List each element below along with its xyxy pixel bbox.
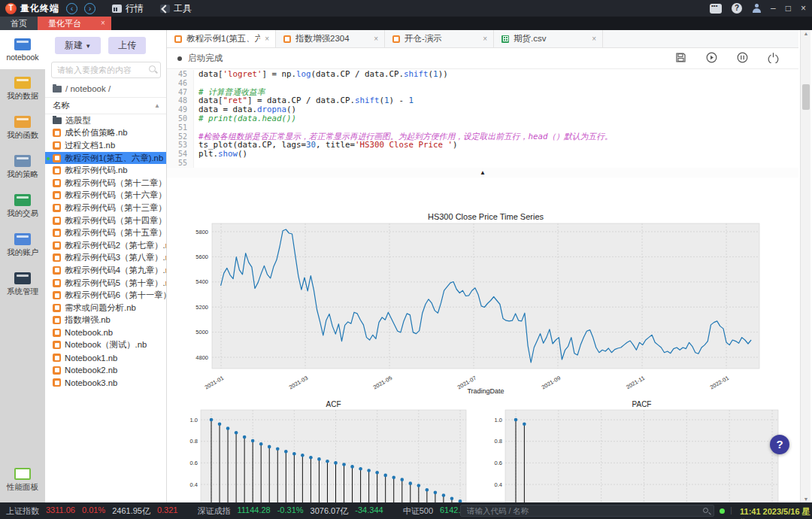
file-name: Notebook3.nb: [65, 378, 117, 387]
app-logo-icon: [5, 3, 17, 14]
file-row[interactable]: 教程示例代码2（第七章）.nb: [45, 239, 166, 252]
editor-tab[interactable]: 指数增强2304×: [276, 30, 385, 47]
sidebar-item-label: 我的数据: [7, 91, 38, 102]
new-button[interactable]: 新建 ▼: [55, 37, 101, 54]
tab-close-icon[interactable]: ×: [483, 35, 487, 43]
code-line[interactable]: 54plt.show(): [167, 150, 798, 159]
svg-text:2021-11: 2021-11: [625, 375, 646, 390]
tab-quant-platform[interactable]: 量化平台 ×: [38, 17, 111, 30]
tab-close-icon[interactable]: ×: [374, 35, 378, 43]
folder-icon: [53, 86, 62, 93]
forward-icon[interactable]: ›: [84, 3, 95, 14]
sidebar-item-我的账户[interactable]: 我的账户: [0, 226, 45, 265]
menu-tools[interactable]: 工具: [160, 2, 192, 15]
tab-close-icon[interactable]: ×: [592, 35, 596, 43]
code-line[interactable]: 55: [167, 159, 798, 168]
folder-row[interactable]: 选股型: [45, 114, 166, 127]
index-turnover: 3076.07亿: [311, 505, 349, 517]
file-row[interactable]: 教程示例代码6（第十一章）.nb: [45, 289, 166, 302]
user-icon[interactable]: [752, 4, 761, 13]
file-row[interactable]: Notebook3.nb: [45, 376, 166, 389]
sidebar-item-我的数据[interactable]: 我的数据: [0, 69, 45, 108]
sidebar-item-性能面板[interactable]: 性能面板: [0, 460, 45, 499]
sidebar-item-系统管理[interactable]: 系统管理: [0, 265, 45, 304]
minimize-button[interactable]: –: [771, 0, 776, 17]
message-icon[interactable]: [710, 4, 722, 14]
close-button[interactable]: ×: [801, 0, 806, 17]
file-row[interactable]: 指数增强.nb: [45, 314, 166, 327]
code-editor[interactable]: 45data['logret'] = np.log(data.CP / data…: [167, 70, 798, 168]
floating-help-button[interactable]: ?: [770, 435, 789, 454]
file-row[interactable]: 教程示例代码（第十三章）.nb: [45, 202, 166, 214]
editor-tab[interactable]: 期货.csv×: [494, 30, 603, 47]
save-icon[interactable]: [675, 52, 686, 63]
file-row[interactable]: 教程示例代码（第十四章）.nb: [45, 214, 166, 227]
svg-text:2022-01: 2022-01: [709, 375, 730, 391]
file-row[interactable]: Notebook1.nb: [45, 351, 166, 364]
back-icon[interactable]: ‹: [66, 3, 77, 14]
pause-icon[interactable]: [737, 52, 748, 63]
scrollbar-thumb[interactable]: [802, 84, 810, 110]
file-name: 教程示例代码（第十四章）.nb: [65, 215, 166, 226]
file-name: 教程示例代码4（第九章）.nb: [65, 265, 166, 276]
upload-button[interactable]: 上传: [108, 37, 146, 54]
menu-market[interactable]: 行情: [112, 2, 144, 15]
file-row[interactable]: 成长价值策略.nb: [45, 127, 166, 140]
index-change-percent: 0.01%: [82, 505, 105, 517]
editor-tab-bar: 教程示例1(第五、六章).nb×指数增强2304×开仓-演示×期货.csv×: [167, 30, 798, 48]
editor-tab[interactable]: 开仓-演示×: [385, 30, 494, 47]
sort-asc-icon[interactable]: ▲: [154, 102, 160, 109]
file-row[interactable]: Notebook（测试）.nb: [45, 339, 166, 352]
code-line[interactable]: 50# print(data.head()): [167, 114, 798, 123]
file-row[interactable]: 教程示例代码4（第九章）.nb: [45, 264, 166, 277]
editor-tab-label: 教程示例1(第五、六章).nb: [186, 33, 260, 44]
tab-close-icon[interactable]: ×: [101, 17, 105, 30]
line-number: 55: [167, 159, 194, 168]
code-line[interactable]: 53ts_plot(data.CP, lags=30, title='HS300…: [167, 141, 798, 150]
power-icon[interactable]: [768, 52, 779, 63]
file-row[interactable]: 教程示例代码（第十五章）.nb: [45, 226, 166, 239]
sidebar-item-notebook[interactable]: notebook: [0, 30, 45, 69]
folder-icon: [53, 117, 62, 124]
file-row[interactable]: Notebook.nb: [45, 326, 166, 339]
file-search-input[interactable]: [51, 62, 161, 78]
sidebar-item-我的策略[interactable]: 我的策略: [0, 147, 45, 187]
tab-home[interactable]: 首页: [0, 17, 38, 30]
file-row[interactable]: 教程示例代码（第十二章）.nb: [45, 177, 166, 190]
line-number: 53: [167, 141, 194, 150]
maximize-button[interactable]: □: [786, 0, 791, 17]
sidebar-item-我的交易[interactable]: 我的交易: [0, 187, 45, 226]
breadcrumb[interactable]: / notebook /: [45, 78, 166, 98]
file-name: 教程示例1(第五、六章).nb: [65, 153, 163, 164]
scroll-down-icon[interactable]: ▼: [801, 496, 811, 502]
ticker-search[interactable]: [460, 505, 714, 517]
index-quote[interactable]: 上证指数3311.060.01%2461.95亿0.321: [6, 505, 177, 517]
my-strategies-icon: [14, 155, 31, 167]
name-column-header[interactable]: 名称: [53, 100, 70, 111]
sidebar-item-我的函数[interactable]: 我的函数: [0, 108, 45, 147]
timeseries-chart: 4800500052005400560058002021-012021-0320…: [167, 208, 798, 400]
file-row[interactable]: 教程示例代码.nb: [45, 164, 166, 177]
file-row[interactable]: 教程示例代码3（第八章）.nb: [45, 252, 166, 265]
svg-text:5200: 5200: [195, 304, 208, 311]
my-account-icon: [14, 233, 31, 245]
ticker-search-input[interactable]: [461, 505, 714, 516]
output-collapse-bar[interactable]: ▲: [167, 168, 798, 178]
help-icon[interactable]: ?: [732, 3, 742, 14]
editor-tab[interactable]: 教程示例1(第五、六章).nb×: [167, 30, 276, 47]
file-row[interactable]: 教程示例代码5（第十章）.nb: [45, 277, 166, 290]
svg-text:5600: 5600: [195, 253, 208, 260]
code-text: data['logret'] = np.log(data.CP / data.C…: [194, 70, 448, 79]
file-row[interactable]: 需求或问题分析.nb: [45, 302, 166, 314]
index-quote[interactable]: 深证成指11144.28-0.31%3076.07亿-34.344: [197, 505, 383, 517]
run-icon[interactable]: [706, 52, 717, 63]
file-row[interactable]: 过程文档1.nb: [45, 139, 166, 152]
tab-close-icon[interactable]: ×: [265, 35, 269, 43]
code-line[interactable]: 45data['logret'] = np.log(data.CP / data…: [167, 70, 798, 79]
scroll-up-icon[interactable]: ▲: [801, 31, 811, 36]
vertical-scrollbar[interactable]: ▲ ▼: [800, 30, 810, 502]
file-row[interactable]: 教程示例代码（第十六章）.nb: [45, 190, 166, 202]
file-row[interactable]: Notebook2.nb: [45, 364, 166, 377]
file-row[interactable]: 教程示例1(第五、六章).nb: [45, 152, 166, 165]
file-panel: 新建 ▼ 上传 / notebook / 名称 ▲ 选股型成长价值策略.nb过程…: [45, 30, 167, 502]
